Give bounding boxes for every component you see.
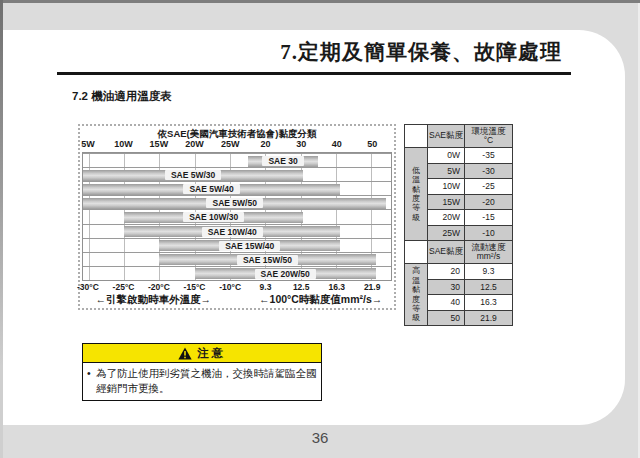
chart-row: SAE 20W/50 — [83, 266, 391, 280]
legend-outside-temperature: ←引擎啟動時車外溫度→ — [96, 293, 212, 307]
bar-label: SAE 5W/40 — [183, 184, 239, 194]
column-header-kinematic-viscosity: 流動速度 mm²/s — [465, 241, 513, 264]
oil-grade-bar: SAE 5W/50 — [83, 198, 386, 209]
chart-legend: ←引擎啟動時車外溫度→ ←100°C時黏度值mm²/s→ — [82, 293, 392, 308]
table-cell: 12.5 — [465, 279, 513, 295]
chart-bottom-axis: -30°C -25°C -20°C -15°C -10°C 9.3 12.5 1… — [82, 282, 392, 293]
table-cell: 20 — [428, 264, 465, 280]
row-group-label-high-temp: 高溫黏度等級 — [405, 264, 428, 326]
chart-row: SAE 15W/40 — [83, 238, 391, 252]
caution-text: 為了防止使用到劣質之機油，交換時請駕臨全國經銷門市更換。 — [96, 366, 317, 395]
low-temp-viscosity-table: SAE黏度 環境溫度 °C 低溫黏度等級 0W -35 5W -30 10W -… — [404, 124, 513, 241]
bar-label: SAE 30 — [262, 156, 303, 166]
chart-row: SAE 10W/40 — [83, 224, 391, 238]
row-group-label-low-temp: 低溫黏度等級 — [405, 148, 428, 241]
axis-label: -10°C — [219, 282, 241, 292]
bar-label: SAE 15W/50 — [237, 255, 298, 265]
axis-label: 40 — [332, 139, 342, 149]
oil-grade-bar: SAE 5W/30 — [83, 170, 303, 181]
table-cell: 30 — [428, 279, 465, 295]
manual-page: 7.定期及簡單保養、故障處理 7.2 機油適用溫度表 依SAE(美國汽車技術者協… — [0, 0, 640, 458]
page-top-edge — [0, 0, 640, 3]
axis-label: 5W — [81, 139, 95, 149]
column-header-sae: SAE黏度 — [428, 125, 465, 148]
viscosity-tables: SAE黏度 環境溫度 °C 低溫黏度等級 0W -35 5W -30 10W -… — [404, 124, 512, 326]
table-cell: -25 — [465, 179, 513, 195]
chart-top-axis: 5W 10W 15W 20W 25W 20 30 40 50 — [82, 139, 392, 151]
axis-label: 12.5 — [293, 282, 310, 292]
page-number: 36 — [0, 429, 640, 446]
table-cell: 9.3 — [465, 264, 513, 280]
axis-label: 25W — [221, 139, 240, 149]
bar-label: SAE 10W/30 — [183, 212, 244, 222]
chart-row: SAE 5W/30 — [83, 167, 391, 181]
axis-label: 9.3 — [260, 282, 272, 292]
table-cell: 10W — [428, 179, 465, 195]
axis-label: 15W — [150, 139, 169, 149]
table-cell: -10 — [465, 225, 513, 241]
bar-label: SAE 20W/50 — [255, 269, 316, 279]
title-divider — [57, 72, 571, 75]
axis-label: 20W — [185, 139, 204, 149]
section-title: 7.2 機油適用溫度表 — [72, 89, 172, 104]
table-cell: 25W — [428, 225, 465, 241]
chart-row: SAE 10W/30 — [83, 209, 391, 223]
table-cell: 5W — [428, 163, 465, 179]
table-cell: 20W — [428, 210, 465, 226]
caution-body: • 為了防止使用到劣質之機油，交換時請駕臨全國經銷門市更換。 — [83, 363, 321, 400]
column-header-ambient-temp: 環境溫度 °C — [465, 125, 513, 148]
bar-label: SAE 10W/40 — [202, 227, 263, 237]
axis-label: -30°C — [77, 282, 99, 292]
oil-grade-bar: SAE 5W/40 — [83, 184, 340, 195]
legend-viscosity-at-100c: ←100°C時黏度值mm²/s→ — [259, 293, 382, 307]
axis-label: -15°C — [184, 282, 206, 292]
bar-label: SAE 15W/40 — [219, 241, 280, 251]
oil-grade-bar: SAE 15W/50 — [159, 254, 375, 265]
chart-row: SAE 15W/50 — [83, 252, 391, 266]
table-cell: -15 — [465, 210, 513, 226]
caution-box: 注意 • 為了防止使用到劣質之機油，交換時請駕臨全國經銷門市更換。 — [82, 343, 322, 401]
table-cell: -20 — [465, 194, 513, 210]
axis-label: 30 — [296, 139, 306, 149]
bar-label: SAE 5W/50 — [206, 198, 262, 208]
axis-label: 21.9 — [364, 282, 381, 292]
table-cell: 16.3 — [465, 295, 513, 311]
high-temp-viscosity-table: SAE黏度 流動速度 mm²/s 高溫黏度等級 20 9.3 30 12.5 4… — [404, 240, 513, 326]
axis-label: -25°C — [113, 282, 135, 292]
table-cell: 40 — [428, 295, 465, 311]
table-cell: 21.9 — [465, 310, 513, 326]
bar-label: SAE 5W/30 — [165, 170, 221, 180]
chart-row: SAE 5W/50 — [83, 195, 391, 209]
chart-plot-area: SAE 30 SAE 5W/30 SAE 5W/40 SAE 5W/50 SAE… — [82, 152, 392, 281]
axis-label: 50 — [367, 139, 377, 149]
chart-row: SAE 30 — [83, 153, 391, 167]
page-title: 7.定期及簡單保養、故障處理 — [280, 38, 562, 66]
axis-label: 16.3 — [329, 282, 346, 292]
table-corner-cell — [405, 125, 428, 148]
table-cell: -30 — [465, 163, 513, 179]
table-cell: 15W — [428, 194, 465, 210]
bullet: • — [87, 366, 96, 395]
oil-grade-bar: SAE 15W/40 — [159, 240, 340, 251]
oil-grade-bar: SAE 20W/50 — [195, 268, 376, 279]
sae-viscosity-chart: 依SAE(美國汽車技術者協會)黏度分類 5W 10W 15W 20W 25W 2… — [78, 124, 396, 310]
caution-header-label: 注意 — [197, 346, 226, 361]
table-cell: 0W — [428, 148, 465, 164]
warning-icon — [178, 347, 192, 360]
column-header-sae: SAE黏度 — [428, 241, 465, 264]
table-cell: -35 — [465, 148, 513, 164]
chart-row: SAE 5W/40 — [83, 181, 391, 195]
axis-label: 20 — [261, 139, 271, 149]
table-corner-cell — [405, 241, 428, 264]
table-cell: 50 — [428, 310, 465, 326]
axis-label: -20°C — [148, 282, 170, 292]
oil-grade-bar: SAE 30 — [248, 156, 319, 167]
caution-header: 注意 — [83, 344, 321, 363]
axis-label: 10W — [114, 139, 133, 149]
oil-grade-bar: SAE 10W/40 — [124, 226, 340, 237]
oil-grade-bar: SAE 10W/30 — [124, 212, 303, 223]
